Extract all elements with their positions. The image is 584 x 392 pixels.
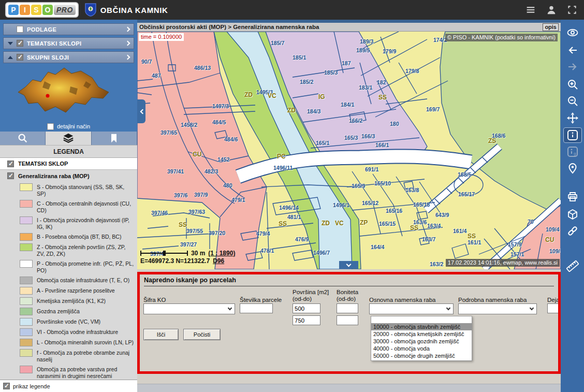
parcel-label: 397/41	[167, 168, 184, 175]
legend-item-label: f - Območja za potrebe obrambe zunaj nas…	[37, 349, 134, 363]
zoom-in-button[interactable]	[563, 77, 582, 92]
povrsina-to-input[interactable]	[293, 315, 320, 325]
view-eye-button[interactable]	[563, 25, 582, 40]
header-actions	[524, 3, 579, 17]
zone-label: SS	[410, 224, 418, 231]
parcel-label: 161/1	[468, 239, 481, 245]
copyright-overlay: © PISO - KAMNIK (podatki so informativni…	[445, 34, 558, 41]
locate-icon	[566, 162, 579, 175]
parcel-label: 163/2	[430, 261, 443, 267]
share-link-button[interactable]	[563, 223, 582, 239]
legend-item: f - Območja za potrebe obrambe zunaj nas…	[0, 347, 137, 364]
parcel-label: 479/1	[231, 197, 245, 203]
accordion-podlage[interactable]: PODLAGE	[3, 23, 134, 35]
clear-button[interactable]: Počisti	[183, 329, 221, 340]
chevron-right-icon	[125, 27, 130, 32]
info-group-button[interactable]: g	[563, 144, 582, 159]
map-viewport[interactable]: 90/7487486/131497/31458/2484/5397/65484/…	[137, 32, 561, 269]
legend-group-checkbox[interactable]	[7, 172, 14, 179]
history-back-button[interactable]	[563, 42, 582, 58]
povrsina-from-input[interactable]	[293, 303, 320, 313]
legend-group-label: TEMATSKI SKLOP	[18, 161, 68, 167]
legend-item: C - Območja centralnih dejavnosti (CU, C…	[0, 198, 137, 215]
dropdown-empty-option[interactable]	[371, 316, 472, 323]
parcel-label: 184/1	[341, 101, 354, 108]
osnovna-raba-dropdown: 10000 - območja stavbnih zemljišč20000 -…	[371, 316, 472, 361]
3d-view-button[interactable]	[563, 207, 582, 222]
dropdown-option[interactable]: 20000 - območja kmetijskih zemljišč	[371, 330, 472, 338]
print-button[interactable]	[563, 189, 582, 205]
parcel-label: 157/1	[510, 251, 524, 257]
stevilka-parcele-label: Številka parcele	[240, 297, 282, 303]
municipality-overview-map[interactable]	[0, 63, 137, 121]
accordion-label: SKUPNI SLOJI	[27, 54, 69, 61]
search-button[interactable]: Išči	[143, 329, 179, 340]
user-button[interactable]	[545, 3, 558, 17]
legend-swatch	[20, 318, 33, 326]
zone-label: ZS	[488, 137, 496, 144]
chevron-left-icon	[140, 109, 145, 114]
history-forward-button[interactable]	[563, 59, 582, 75]
fullscreen-button[interactable]	[565, 3, 579, 17]
logo-letter-s: S	[31, 5, 41, 15]
panel-collapse-button[interactable]	[339, 261, 358, 269]
dropdown-option[interactable]: 10000 - območja stavbnih zemljišč	[371, 323, 472, 330]
opis-button[interactable]: opis	[543, 23, 559, 31]
accordion-skupni-sloji[interactable]: SKUPNI SLOJI	[3, 51, 134, 63]
parcel-label: 183/1	[359, 84, 372, 91]
tab-bookmark[interactable]	[92, 132, 137, 145]
dejanska-raba-input[interactable]	[547, 303, 561, 313]
tab-search[interactable]	[0, 132, 46, 145]
parcel-label: 643/9	[435, 212, 449, 218]
sifra-ko-select[interactable]	[143, 303, 235, 314]
tab-layers[interactable]	[46, 132, 91, 145]
stevilka-parcele-input[interactable]	[240, 303, 273, 313]
bottom-strip	[137, 374, 561, 384]
pan-button[interactable]	[563, 110, 582, 126]
parcel-label: 163/7	[422, 236, 435, 242]
municipality-title: OBČINA KAMNIK	[100, 6, 168, 14]
legend-item: Območja ostale infrastrukture (T, E, O)	[0, 275, 137, 285]
detail-mode-checkbox[interactable]	[47, 123, 54, 130]
legend-items: S - Območja stanovanj (SS, SB, SK, SP)C …	[0, 182, 137, 380]
legend-swatch	[20, 297, 33, 305]
zone-label: SS	[378, 94, 387, 101]
parcel-label: 70	[528, 219, 534, 225]
zoom-out-button[interactable]	[563, 93, 582, 109]
zone-label: ZD	[244, 91, 253, 98]
locate-button[interactable]	[563, 161, 582, 176]
skupni-checkbox[interactable]	[17, 54, 23, 61]
accordion-label: TEMATSKI SKLOPI	[27, 40, 81, 47]
boniteta-to-input[interactable]	[337, 315, 358, 325]
legend-group-checkbox[interactable]	[7, 161, 14, 167]
app-header: P I S O PRO OBČINA KAMNIK	[0, 0, 584, 20]
sidebar-collapse-button[interactable]	[137, 99, 145, 123]
measure-icon	[565, 259, 580, 273]
podlage-checkbox[interactable]	[17, 26, 23, 33]
dropdown-option[interactable]: 40000 - območja voda	[371, 345, 472, 352]
detail-mode-row: detajlni način	[0, 121, 137, 132]
legend-swatch	[20, 349, 33, 357]
info-button[interactable]	[563, 127, 582, 143]
accordion-tematski-sklopi[interactable]: TEMATSKI SKLOPI	[3, 37, 134, 49]
dropdown-options: 10000 - območja stavbnih zemljišč20000 -…	[371, 323, 472, 359]
parcel-label: 1496/1	[333, 202, 349, 208]
measure-button[interactable]	[563, 258, 582, 274]
dropdown-option[interactable]: 50000 - območje drugih zemljišč	[371, 352, 472, 359]
zone-label: SS	[468, 233, 476, 240]
tematski-checkbox[interactable]	[17, 40, 23, 47]
dropdown-option[interactable]: 30000 - območja gozdnih zemljišč	[371, 338, 472, 345]
parcel-label: 165/10	[374, 180, 391, 186]
menu-button[interactable]	[524, 3, 537, 17]
bottom-scroll-strip[interactable]	[137, 384, 561, 392]
parcel-label: 165/16	[386, 208, 402, 214]
podrobna-raba-select[interactable]	[458, 303, 537, 314]
parcel-label: 397/55	[186, 228, 203, 234]
parcel-label: 184/3	[307, 108, 320, 114]
osnovna-raba-select[interactable]	[369, 303, 454, 314]
legend-toggle-checkbox[interactable]	[3, 383, 10, 389]
boniteta-from-input[interactable]	[337, 303, 358, 313]
legend-item-label: Gozdna zemljišča	[37, 308, 80, 315]
share-link-icon	[566, 225, 579, 237]
legend-title: LEGENDA	[0, 146, 137, 158]
